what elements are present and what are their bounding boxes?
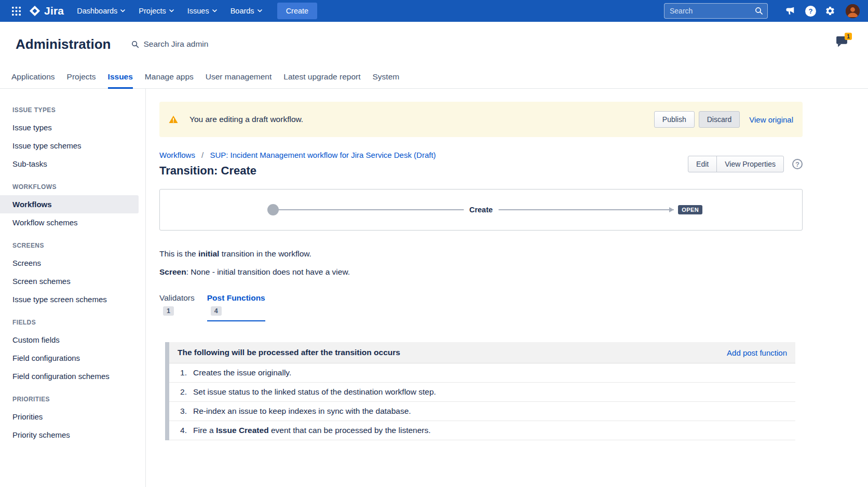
sidebar-section: ISSUE TYPESIssue typesIssue type schemes… [0,96,145,173]
admin-search[interactable]: Search Jira admin [131,39,208,49]
sidebar-item-issue-types[interactable]: Issue types [0,118,145,137]
head-actions: Edit View Properties [688,156,803,172]
post-functions-header: The following will be processed after th… [169,342,795,363]
chevron-down-icon [169,9,174,12]
tab-label: Post Functions [207,293,265,303]
sidebar-item-issue-type-screen-schemes[interactable]: Issue type screen schemes [0,290,145,308]
sidebar-section-title: ISSUE TYPES [0,96,145,118]
breadcrumb-workflows-link[interactable]: Workflows [159,151,195,159]
nav-item-label: Issues [187,7,209,15]
tab-count-badge: 4 [211,306,222,316]
jira-logo-text: Jira [44,5,64,17]
row-number: 4. [169,426,187,435]
sidebar-item-workflows[interactable]: Workflows [0,195,139,213]
admin-tab-user-management[interactable]: User management [206,72,272,88]
topnav-menu: DashboardsProjectsIssuesBoards [70,0,268,22]
search-icon [131,40,139,48]
sidebar-item-field-configuration-schemes[interactable]: Field configuration schemes [0,367,145,385]
chevron-down-icon [120,9,125,12]
admin-tab-latest-upgrade-report[interactable]: Latest upgrade report [283,72,360,88]
admin-tab-issues[interactable]: Issues [108,72,133,88]
tab-validators[interactable]: Validators1 [159,293,195,321]
draft-banner-message: You are editing a draft workflow. [189,115,303,124]
question-circle-icon[interactable] [792,159,803,169]
admin-tabs: ApplicationsProjectsIssuesManage appsUse… [0,66,868,89]
app-switcher-icon[interactable] [8,3,24,19]
tab-post-functions[interactable]: Post Functions4 [207,293,265,321]
announcement-icon[interactable] [782,3,798,19]
help-icon[interactable] [805,6,816,17]
feedback-icon[interactable]: 1 [835,35,848,49]
search-input[interactable] [664,3,768,19]
chevron-down-icon [257,9,262,12]
page-head: Workflows / SUP: Incident Management wor… [159,151,803,178]
row-number: 1. [169,368,187,377]
screen-note: Screen: None - initial transition does n… [159,267,803,277]
nav-item-label: Dashboards [77,7,117,15]
settings-icon[interactable] [822,3,838,19]
post-function-row: 4.Fire a Issue Created event that can be… [169,421,795,440]
admin-tab-system[interactable]: System [373,72,400,88]
arrow-head-icon [669,207,674,212]
nav-item-issues[interactable]: Issues [181,0,224,22]
sidebar-item-priority-schemes[interactable]: Priority schemes [0,426,145,444]
sidebar-section-title: FIELDS [0,308,145,331]
sidebar-section: SCREENSScreensScreen schemesIssue type s… [0,232,145,308]
search-icon [755,7,763,15]
main-content: You are editing a draft workflow. Publis… [146,89,868,487]
admin-header: Administration Search Jira admin 1 [0,22,868,66]
discard-button[interactable]: Discard [699,111,740,128]
initial-transition-note: This is the initial transition in the wo… [159,249,803,259]
breadcrumb-workflow-link[interactable]: SUP: Incident Management workflow for Ji… [210,151,436,159]
publish-button[interactable]: Publish [654,111,695,128]
sidebar-section: FIELDSCustom fieldsField configurationsF… [0,308,145,385]
avatar[interactable] [846,4,860,18]
jira-logo[interactable]: Jira [29,5,64,17]
post-function-row: 3.Re-index an issue to keep indexes in s… [169,402,795,421]
view-properties-button[interactable]: View Properties [716,156,784,172]
post-functions-table: The following will be processed after th… [165,342,795,440]
nav-item-dashboards[interactable]: Dashboards [70,0,132,22]
post-function-row: 1.Creates the issue originally. [169,363,795,383]
row-text: Re-index an issue to keep indexes in syn… [193,407,411,416]
edit-button[interactable]: Edit [688,156,717,172]
sidebar-item-screens[interactable]: Screens [0,254,145,272]
page-heading: Administration [16,36,111,52]
sidebar-item-workflow-schemes[interactable]: Workflow schemes [0,213,145,232]
admin-tab-manage-apps[interactable]: Manage apps [145,72,194,88]
sidebar-item-sub-tasks[interactable]: Sub-tasks [0,155,145,173]
sidebar-item-issue-type-schemes[interactable]: Issue type schemes [0,137,145,155]
sidebar-section-title: SCREENS [0,232,145,254]
sidebar-section: WORKFLOWSWorkflowsWorkflow schemes [0,173,145,232]
row-number: 2. [169,387,187,397]
nav-item-boards[interactable]: Boards [224,0,269,22]
warning-icon [169,115,178,124]
admin-tab-projects[interactable]: Projects [67,72,96,88]
page-title: Transition: Create [159,164,436,178]
nav-item-projects[interactable]: Projects [132,0,180,22]
sidebar-item-screen-schemes[interactable]: Screen schemes [0,272,145,290]
breadcrumb: Workflows / SUP: Incident Management wor… [159,151,436,159]
nav-item-label: Boards [230,7,254,15]
sidebar-item-custom-fields[interactable]: Custom fields [0,331,145,349]
admin-tab-applications[interactable]: Applications [11,72,55,88]
sidebar-item-field-configurations[interactable]: Field configurations [0,349,145,367]
row-text: Creates the issue originally. [193,368,291,377]
view-original-link[interactable]: View original [749,115,793,124]
sidebar-section: PRIORITIESPrioritiesPriority schemes [0,385,145,444]
post-functions-header-title: The following will be processed after th… [178,348,400,357]
row-text: Fire a Issue Created event that can be p… [193,426,431,435]
sidebar-section-title: WORKFLOWS [0,173,145,195]
initial-node [267,204,279,215]
add-post-function-link[interactable]: Add post function [727,348,787,357]
status-badge[interactable]: OPEN [678,205,702,214]
sidebar: ISSUE TYPESIssue typesIssue type schemes… [0,89,146,487]
sidebar-item-priorities[interactable]: Priorities [0,408,145,426]
post-function-rows: 1.Creates the issue originally.2.Set iss… [169,363,795,440]
sidebar-section-title: PRIORITIES [0,385,145,408]
tab-count-badge: 1 [163,306,174,316]
transition-tabs: Validators1Post Functions4 [159,293,803,321]
transition-label: Create [464,206,498,214]
post-function-row: 2.Set issue status to the linked status … [169,383,795,402]
create-button[interactable]: Create [277,3,318,19]
